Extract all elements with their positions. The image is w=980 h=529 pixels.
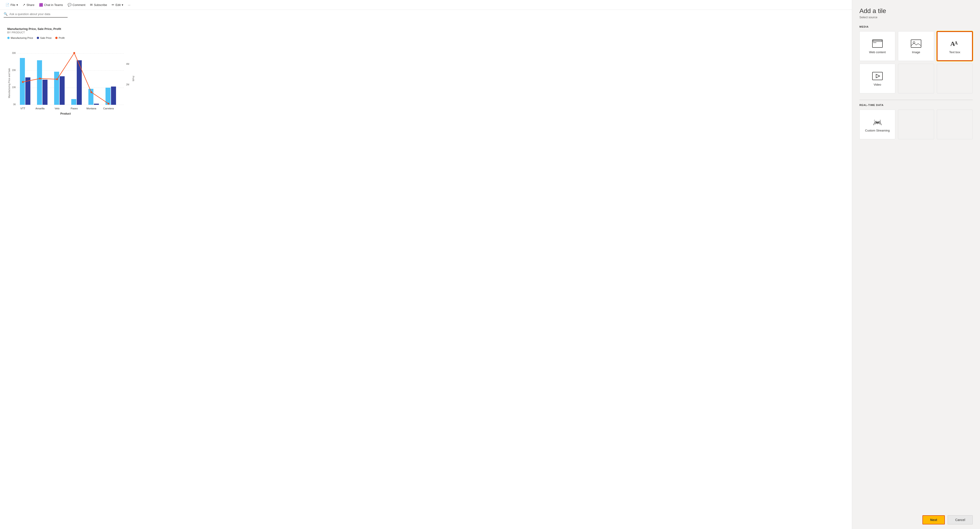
svg-rect-38 xyxy=(873,40,882,41)
svg-rect-14 xyxy=(37,60,42,105)
toolbar: 📄 File ▾ ↗ Share 🟪 Chat in Teams 💬 Comme… xyxy=(0,0,852,10)
more-icon: ··· xyxy=(128,3,130,6)
svg-text:(: ( xyxy=(874,119,875,122)
svg-point-26 xyxy=(56,78,58,80)
streaming-icon: ( ) ( ) xyxy=(872,118,883,126)
svg-text:Manufacturing Price and Sale: Manufacturing Price and Sale xyxy=(8,68,11,98)
subscribe-label: Subscribe xyxy=(94,3,107,6)
media-section-label: MEDIA xyxy=(859,25,973,28)
svg-text:Velo: Velo xyxy=(54,107,59,110)
tile-web-content[interactable]: Web content xyxy=(859,31,895,61)
next-button[interactable]: Next xyxy=(923,515,945,524)
svg-rect-21 xyxy=(94,104,99,105)
legend-sale-label: Sale Price xyxy=(40,37,52,39)
chart-svg: Manufacturing Price and Sale Profit 30K … xyxy=(7,42,135,120)
edit-chevron-icon: ▾ xyxy=(122,3,123,6)
svg-rect-19 xyxy=(77,60,82,105)
share-label: Share xyxy=(27,3,35,6)
tile-image[interactable]: Image xyxy=(898,31,934,61)
image-label: Image xyxy=(912,51,920,54)
edit-icon: ✏ xyxy=(112,3,115,6)
web-content-label: Web content xyxy=(869,51,886,54)
legend-profit-dot xyxy=(55,37,57,39)
chart-title: Manufacturing Price, Sale Price, Profit xyxy=(7,27,845,30)
svg-text:Montana: Montana xyxy=(87,107,97,110)
file-chevron-icon: ▾ xyxy=(16,3,18,6)
realtime-tiles: ( ) ( ) Custom Streaming xyxy=(859,110,973,139)
tile-text-box[interactable]: A A Text box xyxy=(937,31,973,61)
search-icon: 🔍 xyxy=(4,12,8,16)
edit-menu[interactable]: ✏ Edit ▾ xyxy=(110,2,125,8)
svg-point-29 xyxy=(108,103,110,105)
legend-sale-dot xyxy=(37,37,39,39)
legend-sale: Sale Price xyxy=(37,37,52,39)
svg-text:20K: 20K xyxy=(12,69,16,71)
svg-point-27 xyxy=(73,52,75,54)
legend-manufacturing: Manufacturing Price xyxy=(7,37,33,39)
svg-text:VTT: VTT xyxy=(21,107,25,110)
tile-empty-4 xyxy=(937,110,973,139)
tile-custom-streaming[interactable]: ( ) ( ) Custom Streaming xyxy=(859,110,895,139)
panel-title: Add a tile xyxy=(859,7,973,14)
tile-video[interactable]: Video xyxy=(859,64,895,94)
share-icon: ↗ xyxy=(22,3,25,6)
tile-empty-1 xyxy=(898,64,934,94)
svg-rect-17 xyxy=(60,76,65,105)
svg-text:Carretera: Carretera xyxy=(103,107,114,110)
chat-in-teams-button[interactable]: 🟪 Chat in Teams xyxy=(37,2,65,8)
media-tiles-row2: Video xyxy=(859,64,973,94)
custom-streaming-label: Custom Streaming xyxy=(865,129,890,132)
svg-rect-15 xyxy=(43,80,48,105)
chat-label: Chat in Teams xyxy=(44,3,63,6)
left-panel: 📄 File ▾ ↗ Share 🟪 Chat in Teams 💬 Comme… xyxy=(0,0,852,529)
comment-button[interactable]: 💬 Comment xyxy=(66,2,87,8)
file-menu[interactable]: 📄 File ▾ xyxy=(4,2,20,8)
image-icon xyxy=(911,40,921,48)
svg-text:4M: 4M xyxy=(126,63,129,65)
svg-rect-16 xyxy=(54,72,59,105)
cancel-button[interactable]: Cancel xyxy=(948,515,973,524)
panel-subtitle: Select source xyxy=(859,16,973,19)
video-icon xyxy=(872,72,883,80)
svg-rect-44 xyxy=(872,72,883,80)
text-box-icon: A A xyxy=(950,40,960,48)
edit-label: Edit xyxy=(116,3,121,6)
section-divider xyxy=(859,100,973,100)
svg-text:10K: 10K xyxy=(12,86,16,89)
chart-legend: Manufacturing Price Sale Price Profit xyxy=(7,37,845,39)
svg-point-28 xyxy=(91,91,92,93)
subscribe-icon: ✉ xyxy=(90,3,93,6)
svg-rect-37 xyxy=(872,40,883,48)
tile-empty-2 xyxy=(937,64,973,94)
svg-text:30K: 30K xyxy=(12,52,16,54)
svg-text:Profit: Profit xyxy=(132,76,135,81)
web-content-icon xyxy=(872,40,883,48)
svg-marker-45 xyxy=(876,74,880,78)
footer-buttons: Next Cancel xyxy=(859,510,973,524)
legend-profit-label: Profit xyxy=(59,37,65,39)
svg-text:A: A xyxy=(955,40,958,45)
more-options-button[interactable]: ··· xyxy=(126,2,132,8)
comment-icon: 💬 xyxy=(68,3,72,6)
realtime-section-label: REAL-TIME DATA xyxy=(859,104,973,106)
file-label: File xyxy=(11,3,15,6)
ask-question-input[interactable] xyxy=(10,12,68,16)
file-icon: 📄 xyxy=(5,3,10,6)
svg-rect-23 xyxy=(111,87,116,105)
share-button[interactable]: ↗ Share xyxy=(21,2,36,8)
text-box-label: Text box xyxy=(949,51,960,54)
chart-subtitle: BY PRODUCT xyxy=(7,31,845,34)
subscribe-button[interactable]: ✉ Subscribe xyxy=(88,2,109,8)
svg-text:Amarilla: Amarilla xyxy=(35,107,45,110)
right-panel: Add a tile Select source MEDIA Web conte… xyxy=(852,0,980,529)
video-label: Video xyxy=(873,83,881,86)
svg-point-25 xyxy=(39,78,41,79)
legend-manufacturing-label: Manufacturing Price xyxy=(11,37,33,39)
svg-text:(: ( xyxy=(875,120,876,123)
legend-manufacturing-dot xyxy=(7,37,10,39)
comment-label: Comment xyxy=(73,3,86,6)
teams-icon: 🟪 xyxy=(39,3,43,6)
ask-question-bar[interactable]: 🔍 xyxy=(4,12,68,17)
media-tiles-row1: Web content Image A A Text box xyxy=(859,31,973,61)
svg-rect-40 xyxy=(911,40,921,48)
